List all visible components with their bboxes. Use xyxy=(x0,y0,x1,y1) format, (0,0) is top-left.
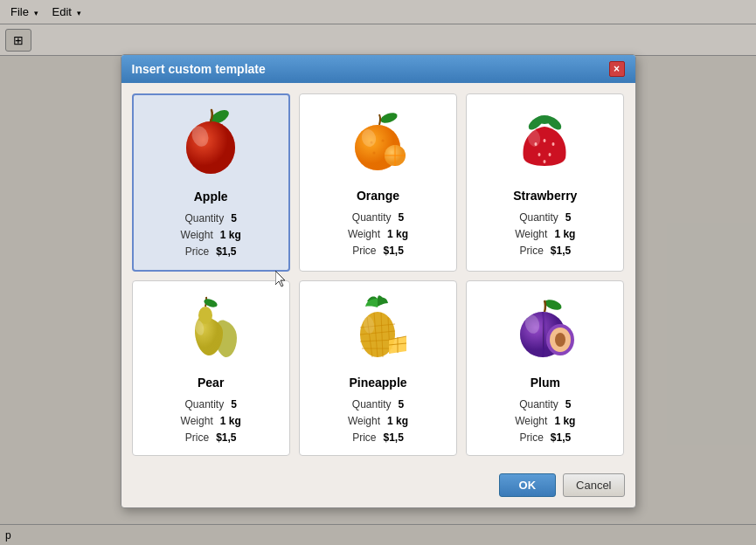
plum-name: Plum xyxy=(531,376,560,390)
apple-price-label: Price xyxy=(185,244,209,260)
pineapple-details: Quantity 5 Weight 1 kg Price $1,5 xyxy=(309,397,447,447)
apple-weight-row: Weight 1 kg xyxy=(142,227,280,244)
strawberry-image xyxy=(503,103,586,182)
modal-footer: OK Cancel xyxy=(121,466,635,507)
fruit-card-orange[interactable]: Orange Quantity 5 Weight 1 kg Price $1,5 xyxy=(299,93,457,272)
orange-name: Orange xyxy=(357,189,399,203)
modal-content: Apple Quantity 5 Weight 1 kg Price $1,5 xyxy=(121,83,635,466)
plum-details: Quantity 5 Weight 1 kg Price $1,5 xyxy=(475,397,614,447)
cancel-button[interactable]: Cancel xyxy=(563,473,624,497)
apple-price-value: $1,5 xyxy=(216,244,236,260)
orange-quantity-row: Quantity 5 xyxy=(309,210,447,226)
fruit-card-strawberry[interactable]: Strawberry Quantity 5 Weight 1 kg Price xyxy=(466,93,624,272)
fruit-card-pear[interactable]: Pear Quantity 5 Weight 1 kg Price $1,5 xyxy=(132,280,290,457)
svg-point-21 xyxy=(552,142,555,146)
apple-details: Quantity 5 Weight 1 kg Price $1,5 xyxy=(142,210,280,261)
apple-quantity-value: 5 xyxy=(231,210,237,227)
svg-point-24 xyxy=(544,160,546,163)
apple-weight-value: 1 kg xyxy=(220,227,241,244)
fruit-grid: Apple Quantity 5 Weight 1 kg Price $1,5 xyxy=(132,93,625,456)
modal-overlay: Insert custom template × xyxy=(0,0,756,545)
pear-image xyxy=(170,290,253,369)
orange-price-row: Price $1,5 xyxy=(309,243,447,259)
apple-weight-label: Weight xyxy=(181,227,213,244)
svg-point-10 xyxy=(372,151,375,154)
apple-quantity-label: Quantity xyxy=(184,210,224,227)
fruit-card-plum[interactable]: Plum Quantity 5 Weight 1 kg Price $1,5 xyxy=(466,280,624,457)
pear-name: Pear xyxy=(198,376,224,390)
svg-point-5 xyxy=(379,111,399,125)
close-icon: × xyxy=(614,63,620,75)
pineapple-name: Pineapple xyxy=(349,376,406,390)
apple-image xyxy=(170,104,253,183)
svg-point-9 xyxy=(381,139,384,141)
pear-details: Quantity 5 Weight 1 kg Price $1,5 xyxy=(142,397,281,447)
svg-point-22 xyxy=(538,153,541,156)
orange-details: Quantity 5 Weight 1 kg Price $1,5 xyxy=(309,210,447,260)
orange-weight-row: Weight 1 kg xyxy=(309,226,447,243)
modal-title: Insert custom template xyxy=(132,62,266,76)
modal-dialog: Insert custom template × xyxy=(121,54,636,508)
fruit-card-pineapple[interactable]: Pineapple Quantity 5 Weight 1 kg Price $ xyxy=(299,280,457,457)
plum-image xyxy=(503,290,586,369)
strawberry-name: Strawberry xyxy=(513,189,577,203)
apple-price-row: Price $1,5 xyxy=(142,244,280,260)
fruit-card-apple[interactable]: Apple Quantity 5 Weight 1 kg Price $1,5 xyxy=(132,93,290,272)
modal-titlebar: Insert custom template × xyxy=(121,55,635,83)
apple-quantity-row: Quantity 5 xyxy=(142,210,280,227)
modal-close-button[interactable]: × xyxy=(609,61,625,77)
svg-point-23 xyxy=(549,153,551,156)
ok-button[interactable]: OK xyxy=(499,473,557,497)
svg-point-48 xyxy=(555,333,565,347)
apple-name: Apple xyxy=(194,190,228,204)
svg-point-42 xyxy=(544,297,563,311)
svg-point-20 xyxy=(544,139,546,142)
orange-image xyxy=(336,103,420,182)
strawberry-details: Quantity 5 Weight 1 kg Price $1,5 xyxy=(475,210,614,260)
pineapple-image xyxy=(336,290,420,369)
